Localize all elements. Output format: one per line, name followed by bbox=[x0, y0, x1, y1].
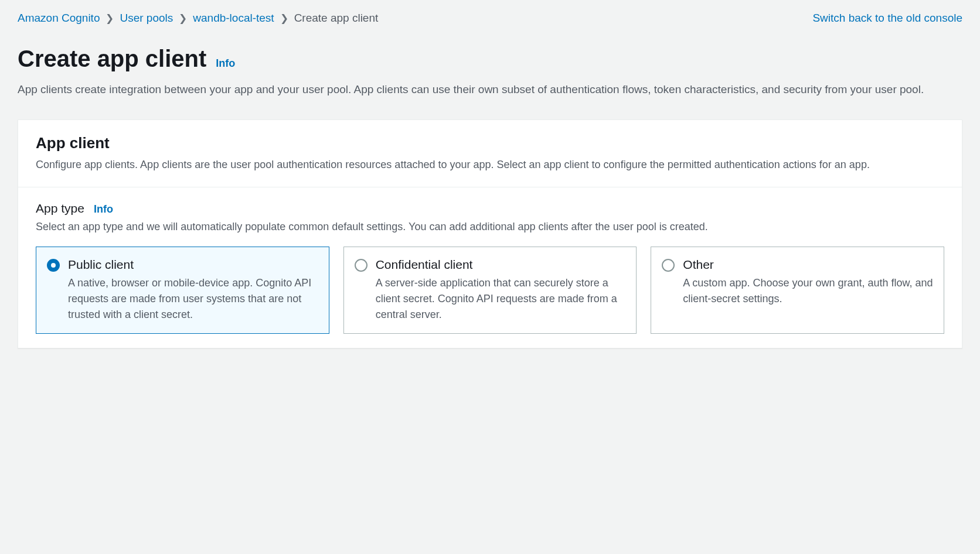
radio-content: Other A custom app. Choose your own gran… bbox=[683, 258, 933, 323]
radio-card-confidential-client[interactable]: Confidential client A server-side applic… bbox=[343, 247, 637, 334]
page-title-row: Create app client Info bbox=[18, 46, 962, 72]
app-type-info-link[interactable]: Info bbox=[94, 203, 113, 216]
radio-title: Public client bbox=[68, 258, 318, 272]
radio-icon bbox=[47, 259, 60, 272]
radio-title: Confidential client bbox=[376, 258, 626, 272]
top-bar: Amazon Cognito ❯ User pools ❯ wandb-loca… bbox=[18, 12, 962, 25]
app-type-description: Select an app type and we will automatic… bbox=[36, 219, 944, 235]
breadcrumb-link-cognito[interactable]: Amazon Cognito bbox=[18, 12, 100, 25]
breadcrumb-link-user-pools[interactable]: User pools bbox=[120, 12, 173, 25]
chevron-right-icon: ❯ bbox=[280, 12, 288, 25]
chevron-right-icon: ❯ bbox=[106, 12, 114, 25]
radio-desc: A server-side application that can secur… bbox=[376, 275, 626, 323]
app-type-options: Public client A native, browser or mobil… bbox=[36, 247, 944, 334]
radio-icon bbox=[355, 259, 368, 272]
breadcrumb-link-pool[interactable]: wandb-local-test bbox=[193, 12, 274, 25]
panel-body: App type Info Select an app type and we … bbox=[18, 187, 962, 348]
page-title: Create app client bbox=[18, 46, 206, 72]
switch-console-link[interactable]: Switch back to the old console bbox=[812, 12, 962, 25]
radio-content: Public client A native, browser or mobil… bbox=[68, 258, 318, 323]
page-description: App clients create integration between y… bbox=[18, 81, 962, 98]
app-type-title: App type bbox=[36, 201, 84, 216]
chevron-right-icon: ❯ bbox=[179, 12, 187, 25]
breadcrumb-current: Create app client bbox=[294, 12, 379, 25]
radio-card-other[interactable]: Other A custom app. Choose your own gran… bbox=[651, 247, 944, 334]
radio-desc: A native, browser or mobile-device app. … bbox=[68, 275, 318, 323]
radio-title: Other bbox=[683, 258, 933, 272]
radio-icon bbox=[662, 259, 675, 272]
radio-desc: A custom app. Choose your own grant, aut… bbox=[683, 275, 933, 307]
panel-header: App client Configure app clients. App cl… bbox=[18, 120, 962, 187]
panel-subtitle: Configure app clients. App clients are t… bbox=[36, 157, 944, 173]
breadcrumb: Amazon Cognito ❯ User pools ❯ wandb-loca… bbox=[18, 12, 378, 25]
info-link[interactable]: Info bbox=[216, 57, 235, 70]
app-client-panel: App client Configure app clients. App cl… bbox=[18, 119, 962, 348]
radio-content: Confidential client A server-side applic… bbox=[376, 258, 626, 323]
radio-card-public-client[interactable]: Public client A native, browser or mobil… bbox=[36, 247, 329, 334]
section-title-row: App type Info bbox=[36, 201, 944, 216]
panel-title: App client bbox=[36, 134, 944, 152]
